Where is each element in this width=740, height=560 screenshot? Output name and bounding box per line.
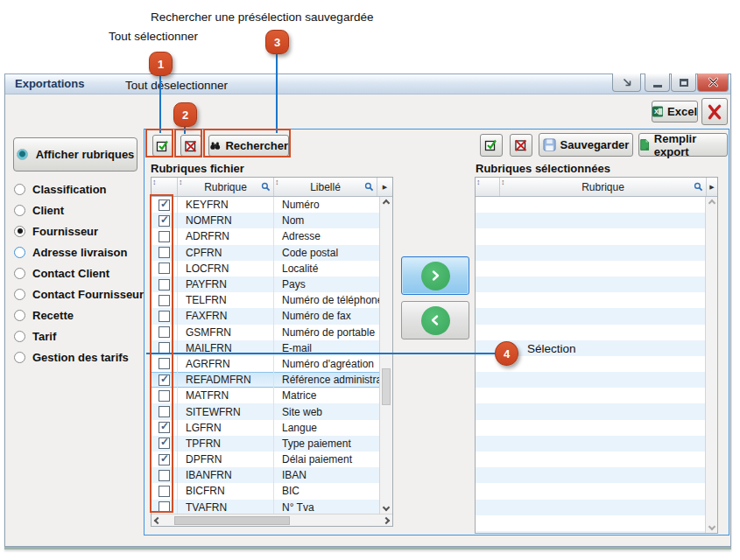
sort-icon: ↕ (501, 178, 505, 186)
maximize-button[interactable] (671, 74, 696, 92)
excel-button[interactable]: X Excel (652, 101, 698, 122)
vscroll-thumb[interactable] (382, 368, 391, 405)
table-row[interactable]: MATFRNMatrice (152, 388, 379, 403)
sidebar-item-adresse-livraison[interactable]: Adresse livraison (14, 242, 145, 262)
fill-export-button[interactable]: Remplir export (638, 133, 728, 157)
move-left-button[interactable] (401, 301, 469, 340)
table-row[interactable]: TVAFRNN° Tva (152, 500, 379, 514)
sidebar-item-label: Recette (32, 309, 74, 322)
radio-icon[interactable] (14, 289, 25, 300)
table-row[interactable]: LOCFRNLocalité (152, 261, 379, 276)
sidebar-item-fournisseur[interactable]: Fournisseur (14, 220, 145, 242)
scroll-up-icon[interactable] (708, 200, 715, 206)
search-column-icon[interactable] (261, 182, 271, 192)
window-title: Exportations (15, 77, 84, 90)
table-row[interactable]: REFADMFRNRéférence administrat (152, 372, 379, 388)
sidebar-item-contact-client[interactable]: Contact Client (14, 262, 145, 284)
annotation-badge-3: 3 (265, 30, 289, 54)
sidebar-items: ClassificationClientFournisseurAdresse l… (14, 178, 145, 368)
sidebar-item-gestion-des-tarifs[interactable]: Gestion des tarifs (14, 346, 145, 368)
radio-icon[interactable] (14, 268, 25, 279)
scroll-left-icon[interactable] (154, 516, 161, 523)
sidebar-item-label: Contact Client (32, 267, 109, 280)
radio-icon[interactable] (14, 310, 25, 321)
empty-row (476, 261, 705, 276)
close-button[interactable] (697, 74, 729, 92)
diagonal-arrow-icon (621, 76, 633, 88)
radio-icon[interactable] (14, 247, 25, 258)
sidebar-item-client[interactable]: Client (14, 200, 145, 220)
rubrique-code: REFADMFRN (178, 372, 274, 388)
table-row[interactable]: DPFRNDélai paiement (152, 452, 379, 467)
rubrique-label: Référence administrat (274, 374, 379, 386)
minimize-button[interactable] (645, 74, 670, 92)
search-column-icon[interactable] (694, 182, 703, 192)
deselect-all-right-button[interactable] (510, 134, 532, 157)
rubrique-label: Nom (274, 214, 379, 227)
table-row[interactable]: SITEWFRNSite web (152, 403, 379, 419)
table-row[interactable]: ADRFRNAdresse (152, 228, 379, 244)
left-table-vscrollbar[interactable] (379, 197, 392, 514)
hscroll-thumb[interactable] (174, 516, 290, 525)
scroll-right-icon[interactable] (383, 516, 390, 523)
table-row[interactable]: TPFRNType paiement (152, 436, 379, 452)
rubrique-code: KEYFRN (178, 197, 274, 213)
move-right-button[interactable] (401, 256, 469, 295)
rubrique-code: NOMFRN (178, 213, 274, 228)
empty-row (476, 515, 705, 531)
column-options-icon[interactable]: ▶ (709, 184, 714, 191)
sidebar-item-classification[interactable]: Classification (14, 178, 145, 200)
left-table-header[interactable]: ↕ ↕ Rubrique ↕ Libellé (152, 178, 392, 197)
rubrique-label: Numéro d'agréation (274, 358, 379, 370)
rubrique-label: Pays (274, 278, 379, 290)
table-row[interactable]: FAXFRNNuméro de fax (152, 308, 379, 324)
sidebar-item-recette[interactable]: Recette (14, 304, 145, 326)
table-row[interactable]: TELFRNNuméro de téléphone (152, 292, 379, 308)
table-row[interactable]: PAYFRNPays (152, 276, 379, 292)
rubrique-code: IBANFRN (178, 467, 274, 483)
rubrique-label: Numéro de téléphone (274, 294, 379, 306)
radio-icon[interactable] (14, 205, 25, 216)
rubrique-label: Délai paiement (274, 453, 379, 466)
table-row[interactable]: IBANFRNIBAN (152, 467, 379, 483)
rubrique-code: MATFRN (178, 388, 274, 403)
highlight-box-select-all (145, 129, 173, 158)
table-row[interactable]: LGFRNLangue (152, 420, 379, 436)
radio-icon[interactable] (14, 226, 25, 237)
annotation-label-search-preset: Rechercher une présélection sauvegardée (151, 10, 373, 24)
table-row[interactable]: NOMFRNNom (152, 213, 379, 228)
table-row[interactable]: AGRFRNNuméro d'agréation (152, 356, 379, 372)
left-table-body: KEYFRNNuméroNOMFRNNomADRFRNAdresseCPFRNC… (152, 197, 379, 514)
right-table-vscrollbar[interactable] (705, 197, 717, 533)
rollup-button[interactable] (612, 74, 641, 92)
radio-icon[interactable] (14, 331, 25, 342)
sidebar-item-contact-fournisseur[interactable]: Contact Fournisseur (14, 284, 145, 304)
col-header-rubrique[interactable]: Rubrique (204, 181, 247, 193)
cancel-export-button[interactable] (701, 98, 728, 125)
scroll-down-icon[interactable] (383, 504, 390, 511)
search-column-icon[interactable] (364, 182, 374, 192)
table-row[interactable]: GSMFRNNuméro de portable (152, 325, 379, 340)
afficher-rubriques-button[interactable]: Afficher rubriques (13, 137, 137, 172)
rubriques-panel: Rechercher Sauvegarder (144, 129, 729, 536)
scroll-up-icon[interactable] (383, 200, 390, 206)
radio-icon[interactable] (14, 184, 25, 195)
save-button[interactable]: Sauvegarder (539, 133, 633, 157)
radio-icon[interactable] (14, 352, 25, 363)
col-header-libelle[interactable]: Libellé (310, 181, 341, 193)
right-table-header[interactable]: ↕ ↕ Rubrique ▶ (476, 178, 717, 197)
rubrique-code: PAYFRN (178, 276, 274, 292)
rubrique-code: GSMFRN (178, 325, 274, 340)
sidebar-item-label: Contact Fournisseur (32, 288, 144, 301)
col-header-rubrique-right[interactable]: Rubrique (581, 181, 624, 193)
column-options-icon[interactable]: ▶ (383, 184, 387, 191)
table-row[interactable]: CPFRNCode postal (152, 245, 379, 261)
table-row[interactable]: BICFRNBIC (152, 483, 379, 499)
rubrique-code: DPFRN (178, 452, 274, 467)
empty-row (476, 228, 705, 244)
left-table-hscrollbar[interactable] (152, 514, 392, 526)
scroll-down-icon[interactable] (708, 523, 715, 530)
table-row[interactable]: KEYFRNNuméro (152, 197, 379, 213)
select-all-right-button[interactable] (480, 134, 503, 157)
sidebar-item-tarif[interactable]: Tarif (14, 326, 145, 346)
